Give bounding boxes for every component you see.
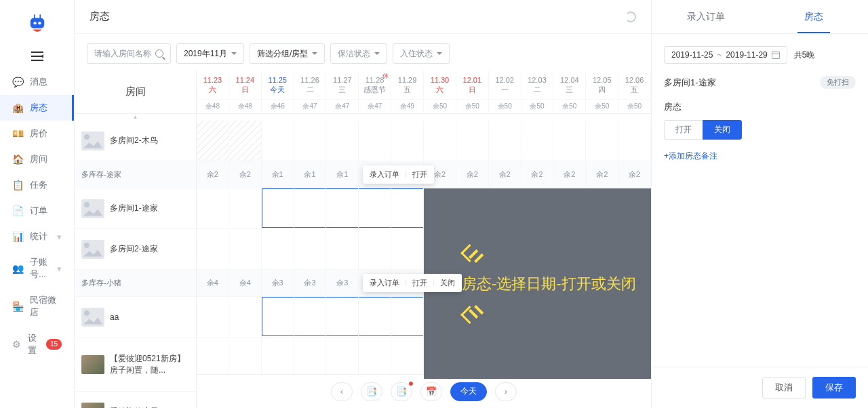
today-button[interactable]: 今天 — [450, 382, 487, 401]
calendar-cell[interactable] — [326, 188, 359, 228]
calendar-cell[interactable] — [197, 229, 229, 269]
calendar-cell[interactable] — [197, 188, 229, 228]
calendar-cell[interactable] — [553, 121, 586, 161]
calendar-cell[interactable] — [391, 188, 424, 228]
date-header[interactable]: 12.03二余50 — [521, 70, 554, 113]
date-header[interactable]: 12.01日余50 — [456, 70, 489, 113]
calendar-cell[interactable] — [262, 297, 294, 337]
room-search-input[interactable]: 请输入房间名称 — [87, 43, 171, 64]
calendar-cell[interactable]: 余2 — [586, 161, 618, 188]
calendar-cell[interactable] — [229, 121, 262, 161]
panel-tab[interactable]: 房态 — [760, 0, 869, 33]
nav-统计[interactable]: 📊统计▾ — [0, 224, 74, 249]
add-note-link[interactable]: +添加房态备注 — [664, 150, 856, 162]
calendar-cell[interactable] — [262, 121, 294, 161]
date-range-input[interactable]: 2019-11-25~2019-11-29 — [664, 46, 787, 64]
room-row[interactable]: 多房间2-途家 — [75, 229, 196, 270]
calendar-cell[interactable] — [391, 121, 424, 161]
date-header[interactable]: 11.24日余48 — [229, 70, 262, 113]
group-row[interactable]: 多库存-小猪 — [75, 270, 196, 297]
group-select[interactable]: 筛选分组/房型 — [250, 43, 325, 64]
nav-房价[interactable]: 💴房价 — [0, 121, 74, 146]
month-select[interactable]: 2019年11月 — [176, 43, 244, 64]
calendar-cell[interactable] — [391, 297, 424, 337]
panel-tab[interactable]: 录入订单 — [652, 0, 760, 33]
calendar-cell[interactable]: 余1 — [262, 161, 294, 188]
calendar-cell[interactable] — [326, 297, 359, 337]
footer-calendar[interactable]: 📅 — [420, 382, 442, 401]
save-button[interactable]: 保存 — [812, 377, 856, 399]
tip-action[interactable]: 打开 — [412, 169, 427, 180]
refresh-icon[interactable] — [625, 12, 636, 22]
prev-button[interactable]: ‹ — [331, 382, 353, 401]
calendar-cell[interactable] — [326, 121, 359, 161]
tip-action[interactable]: 打开 — [412, 278, 427, 288]
nav-消息[interactable]: 💬消息 — [0, 69, 74, 95]
calendar-cell[interactable] — [294, 188, 327, 228]
clean-select[interactable]: 保洁状态 — [330, 43, 387, 64]
footer-action-1[interactable]: 📑 — [361, 382, 382, 401]
date-header[interactable]: 12.05四余50 — [586, 70, 618, 113]
calendar-cell[interactable]: 余4 — [229, 270, 262, 296]
calendar-cell[interactable] — [424, 121, 456, 161]
room-row[interactable]: 多房间1-途家 — [75, 188, 196, 229]
room-row[interactable]: 爱彼迎的房子 — [75, 392, 196, 408]
calendar-cell[interactable]: 余2 — [456, 161, 489, 188]
calendar-cell[interactable] — [586, 121, 618, 161]
checkin-select[interactable]: 入住状态 — [393, 43, 450, 64]
date-header[interactable]: 11.26二余47 — [294, 70, 327, 113]
nav-房间[interactable]: 🏠房间 — [0, 146, 74, 172]
calendar-cell[interactable]: 余2 — [197, 161, 229, 188]
calendar-cell[interactable] — [456, 121, 489, 161]
calendar-cell[interactable] — [294, 297, 327, 337]
cancel-button[interactable]: 取消 — [762, 377, 806, 399]
calendar-cell[interactable]: 余3 — [294, 270, 327, 296]
calendar-cell[interactable] — [489, 121, 521, 161]
calendar-cell[interactable]: 余2 — [553, 161, 586, 188]
date-header[interactable]: 12.04三余50 — [553, 70, 586, 113]
tip-action[interactable]: 录入订单 — [370, 278, 399, 288]
group-row[interactable]: 多库存-途家 — [75, 161, 196, 188]
calendar-cell[interactable] — [197, 121, 229, 161]
calendar-cell[interactable] — [618, 121, 651, 161]
room-row[interactable]: aa — [75, 297, 196, 338]
nav-民宿微店[interactable]: 🏪民宿微店 — [0, 287, 74, 325]
date-header[interactable]: 11.25今天余46 — [262, 70, 294, 113]
date-header[interactable]: 11.23六余48 — [197, 70, 229, 113]
room-row[interactable]: 【爱彼迎0521新房】房子闲置，随... — [75, 338, 196, 392]
calendar-cell[interactable]: 余2 — [489, 161, 521, 188]
calendar-cell[interactable] — [229, 188, 262, 228]
tip-action[interactable]: 录入订单 — [370, 169, 399, 180]
calendar-cell[interactable] — [262, 229, 294, 269]
status-open[interactable]: 打开 — [664, 120, 703, 140]
tip-action[interactable]: 关闭 — [440, 278, 455, 288]
calendar-cell[interactable] — [521, 121, 554, 161]
calendar-cell[interactable] — [229, 229, 262, 269]
date-header[interactable]: 11.27三余47 — [326, 70, 359, 113]
calendar-cell[interactable]: 余3 — [326, 270, 359, 296]
date-header[interactable]: 11.30六余50 — [424, 70, 456, 113]
calendar-cell[interactable]: 余1 — [294, 161, 327, 188]
collapse-icon[interactable] — [0, 52, 74, 61]
calendar-cell[interactable]: 余1 — [326, 161, 359, 188]
nav-订单[interactable]: 📄订单 — [0, 198, 74, 224]
calendar-cell[interactable] — [294, 121, 327, 161]
room-row[interactable]: 多房间2-木鸟 — [75, 121, 196, 161]
calendar-cell[interactable] — [359, 188, 391, 228]
calendar-cell[interactable] — [326, 229, 359, 269]
calendar-cell[interactable] — [294, 229, 327, 269]
scroll-up-icon[interactable]: ▲ — [75, 114, 196, 121]
no-clean-chip[interactable]: 免打扫 — [820, 76, 856, 89]
calendar-cell[interactable] — [359, 229, 391, 269]
next-button[interactable]: › — [495, 382, 517, 401]
nav-设置[interactable]: ⚙设置15 — [0, 325, 74, 363]
calendar-cell[interactable] — [262, 188, 294, 228]
date-header[interactable]: 11.29五余49 — [391, 70, 424, 113]
calendar-cell[interactable] — [391, 229, 424, 269]
nav-子账号...[interactable]: 👥子账号...▾ — [0, 249, 74, 287]
calendar-cell[interactable]: 余4 — [197, 270, 229, 296]
calendar-cell[interactable]: 余2 — [229, 161, 262, 188]
nav-房态[interactable]: 🏨房态 — [0, 95, 74, 121]
calendar-cell[interactable]: 余3 — [262, 270, 294, 296]
calendar-cell[interactable]: 余2 — [618, 161, 651, 188]
